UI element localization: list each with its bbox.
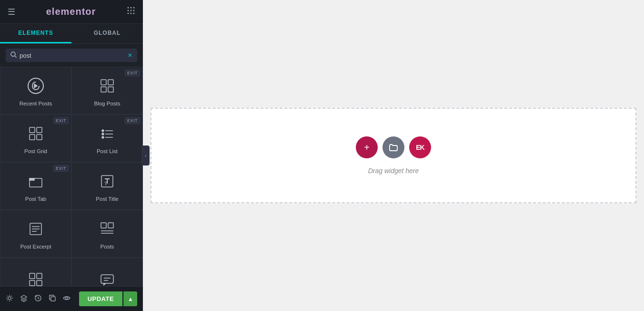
gear-icon[interactable] — [6, 294, 13, 304]
update-dropdown-button[interactable]: ▲ — [123, 291, 137, 306]
post-grid-label: Post Grid — [24, 148, 47, 154]
svg-point-3 — [128, 10, 129, 11]
widget-post-tab[interactable]: EXIT Post Tab — [0, 162, 71, 210]
tab-global[interactable]: GLOBAL — [71, 24, 143, 43]
svg-rect-18 — [30, 135, 35, 140]
eye-icon[interactable] — [63, 294, 70, 304]
post-tab-icon — [27, 173, 44, 192]
canvas-area: + EK Drag widget here — [143, 0, 644, 311]
svg-rect-39 — [37, 273, 42, 279]
svg-rect-47 — [51, 297, 55, 301]
clone-icon[interactable] — [49, 294, 56, 304]
posts-label: Posts — [101, 244, 114, 249]
svg-rect-42 — [101, 275, 113, 283]
drop-zone[interactable]: + EK Drag widget here — [151, 108, 636, 203]
widget-10[interactable] — [71, 258, 143, 286]
history-icon[interactable] — [34, 294, 42, 304]
update-btn-wrapper: UPDATE ▲ — [79, 291, 137, 306]
exit-badge-grid: EXIT — [53, 117, 69, 124]
svg-rect-41 — [37, 280, 42, 286]
update-button[interactable]: UPDATE — [79, 291, 122, 306]
svg-rect-34 — [101, 223, 106, 228]
svg-rect-35 — [108, 223, 113, 228]
svg-point-22 — [102, 133, 104, 135]
svg-text:T: T — [104, 181, 107, 186]
elementor-kit-button[interactable]: EK — [409, 136, 431, 158]
svg-point-9 — [11, 52, 15, 56]
widget-post-title[interactable]: T Post Title — [71, 162, 143, 210]
exit-badge-tab: EXIT — [53, 165, 69, 172]
svg-rect-38 — [30, 273, 35, 279]
widget-9-icon — [27, 271, 44, 287]
layers-icon[interactable] — [20, 294, 28, 304]
post-list-icon — [99, 125, 116, 145]
widgets-grid: Recent Posts EXIT Blog Posts EXIT — [0, 67, 143, 286]
search-icon — [10, 52, 17, 59]
widget-blog-posts[interactable]: EXIT Blog Posts — [71, 67, 143, 114]
svg-line-10 — [15, 56, 17, 58]
bottom-toolbar: UPDATE ▲ — [0, 286, 143, 311]
svg-rect-16 — [30, 127, 35, 133]
add-section-button[interactable]: + — [356, 136, 378, 158]
svg-point-20 — [102, 130, 104, 132]
svg-point-7 — [131, 13, 132, 14]
exit-badge-list: EXIT — [125, 117, 140, 124]
post-excerpt-label: Post Excerpt — [20, 244, 51, 249]
blog-posts-icon — [99, 77, 116, 97]
app-title: elementor — [46, 6, 96, 17]
svg-point-8 — [133, 13, 135, 14]
post-title-icon: T — [99, 173, 116, 192]
widget-recent-posts[interactable]: Recent Posts — [0, 67, 71, 114]
template-library-button[interactable] — [382, 136, 404, 158]
widget-10-icon — [99, 271, 116, 287]
svg-rect-17 — [37, 127, 42, 133]
svg-rect-15 — [108, 87, 113, 92]
svg-point-24 — [102, 136, 104, 138]
search-clear-icon[interactable]: ✕ — [128, 52, 132, 59]
svg-point-6 — [128, 13, 129, 14]
search-input[interactable] — [20, 52, 125, 59]
widget-posts[interactable]: Posts — [71, 210, 143, 258]
sidebar: ☰ elementor ELEMENTS GLOBAL ✕ — [0, 0, 143, 311]
svg-point-1 — [131, 7, 132, 9]
recent-posts-label: Recent Posts — [20, 101, 52, 106]
svg-rect-19 — [37, 135, 42, 140]
widget-post-grid[interactable]: EXIT Post Grid — [0, 114, 71, 162]
svg-rect-27 — [30, 178, 34, 180]
search-wrapper: ✕ — [6, 49, 137, 62]
svg-point-45 — [8, 297, 11, 300]
widget-post-list[interactable]: EXIT Post List — [71, 114, 143, 162]
svg-point-48 — [66, 297, 68, 299]
blog-posts-label: Blog Posts — [94, 101, 121, 106]
svg-point-4 — [131, 10, 132, 11]
posts-icon — [99, 220, 116, 240]
grid-icon[interactable] — [127, 6, 135, 17]
top-bar: ☰ elementor — [0, 0, 143, 24]
post-tab-label: Post Tab — [25, 196, 47, 202]
widget-9[interactable] — [0, 258, 71, 286]
exit-badge: EXIT — [125, 70, 140, 76]
svg-point-5 — [133, 10, 135, 11]
drag-hint: Drag widget here — [368, 167, 419, 175]
svg-point-0 — [128, 7, 129, 9]
post-excerpt-icon — [27, 220, 44, 240]
hamburger-icon[interactable]: ☰ — [8, 7, 15, 17]
post-grid-icon — [27, 125, 44, 145]
svg-rect-12 — [101, 80, 106, 85]
post-list-label: Post List — [97, 148, 118, 154]
recent-posts-icon — [27, 77, 44, 97]
tab-elements[interactable]: ELEMENTS — [0, 24, 71, 43]
svg-rect-14 — [101, 87, 106, 92]
action-buttons: + EK — [356, 136, 431, 158]
search-bar: ✕ — [0, 44, 143, 67]
widget-post-excerpt[interactable]: Post Excerpt — [0, 210, 71, 258]
svg-rect-40 — [30, 280, 35, 286]
collapse-handle[interactable]: ‹ — [142, 145, 150, 166]
tabs-bar: ELEMENTS GLOBAL — [0, 24, 143, 44]
svg-rect-13 — [108, 80, 113, 85]
post-title-label: Post Title — [96, 196, 118, 202]
svg-point-2 — [133, 7, 135, 9]
